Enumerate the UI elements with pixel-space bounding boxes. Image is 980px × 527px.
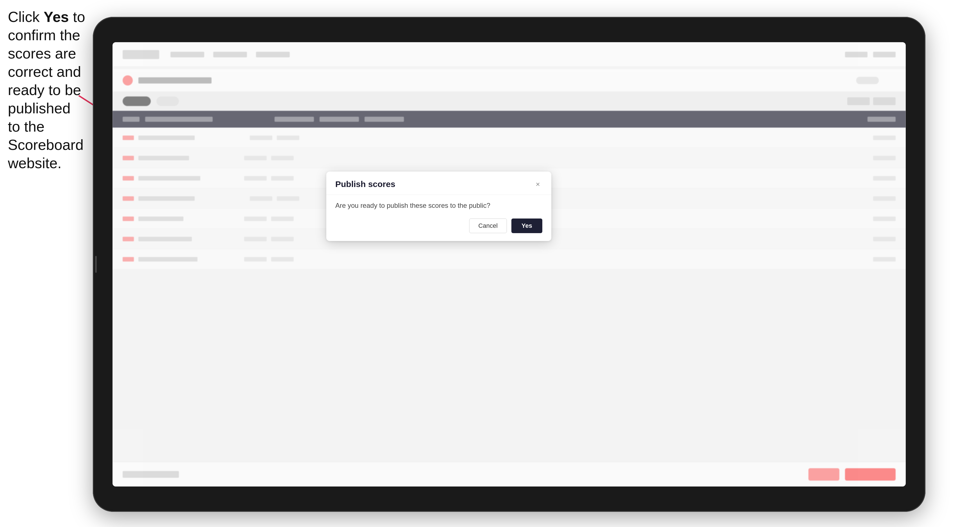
cancel-button[interactable]: Cancel bbox=[469, 219, 507, 233]
row-name bbox=[138, 135, 195, 140]
instruction-prefix: Click bbox=[8, 9, 44, 25]
modal-title: Publish scores bbox=[335, 179, 395, 189]
th-score1 bbox=[275, 117, 314, 122]
event-title bbox=[138, 77, 212, 84]
row-num bbox=[123, 135, 134, 140]
modal-body: Are you ready to publish these scores to… bbox=[326, 195, 551, 241]
modal-header: Publish scores × bbox=[326, 171, 551, 195]
th-name bbox=[145, 117, 213, 122]
table-row bbox=[113, 148, 906, 168]
filter-row bbox=[113, 92, 906, 111]
header-nav bbox=[170, 52, 290, 57]
filter-pill-1 bbox=[123, 97, 151, 106]
yes-button[interactable]: Yes bbox=[511, 219, 542, 233]
filter-action-1 bbox=[847, 97, 870, 105]
th-score3 bbox=[364, 117, 404, 122]
row-num bbox=[123, 257, 134, 262]
row-val bbox=[873, 156, 896, 160]
header-right-2 bbox=[873, 52, 896, 57]
header-right-1 bbox=[845, 52, 867, 57]
row-name bbox=[138, 156, 189, 160]
row-val bbox=[873, 237, 896, 241]
row-val bbox=[873, 216, 896, 221]
table-footer bbox=[113, 462, 906, 486]
app-header bbox=[113, 42, 906, 67]
row-val bbox=[873, 196, 896, 201]
row-val bbox=[873, 176, 896, 181]
row-name bbox=[138, 216, 183, 221]
event-badge bbox=[856, 77, 879, 84]
modal-close-button[interactable]: × bbox=[533, 180, 542, 189]
tablet-device: Publish scores × Are you ready to publis… bbox=[93, 17, 926, 512]
modal-dialog: Publish scores × Are you ready to publis… bbox=[326, 171, 551, 241]
row-num bbox=[123, 156, 134, 160]
instruction-suffix: to confirm the scores are correct and re… bbox=[8, 9, 85, 171]
th-score2 bbox=[320, 117, 359, 122]
footer-cancel-btn bbox=[808, 468, 839, 481]
footer-confirm-btn bbox=[845, 468, 896, 481]
filter-pill-2 bbox=[156, 97, 179, 106]
filter-action-2 bbox=[873, 97, 896, 105]
th-total bbox=[867, 117, 896, 122]
table-header bbox=[113, 111, 906, 128]
nav-item-3 bbox=[256, 52, 290, 57]
modal-actions: Cancel Yes bbox=[335, 219, 542, 233]
instruction-bold: Yes bbox=[44, 9, 69, 25]
row-val bbox=[873, 257, 896, 262]
row-num bbox=[123, 237, 134, 241]
row-num bbox=[123, 216, 134, 221]
row-num bbox=[123, 176, 134, 181]
nav-item-1 bbox=[170, 52, 204, 57]
table-row bbox=[113, 249, 906, 270]
tablet-screen: Publish scores × Are you ready to publis… bbox=[113, 42, 906, 486]
row-name bbox=[138, 196, 195, 201]
app-logo bbox=[123, 50, 159, 59]
nav-item-2 bbox=[213, 52, 247, 57]
footer-text bbox=[123, 471, 179, 478]
instruction-text: Click Yes to confirm the scores are corr… bbox=[8, 8, 87, 172]
table-row bbox=[113, 128, 906, 148]
event-icon bbox=[123, 75, 133, 86]
th-rank bbox=[123, 117, 140, 122]
row-val bbox=[873, 135, 896, 140]
modal-message: Are you ready to publish these scores to… bbox=[335, 202, 542, 210]
event-row bbox=[113, 69, 906, 92]
row-name bbox=[138, 237, 192, 241]
row-name bbox=[138, 176, 200, 181]
row-name bbox=[138, 257, 197, 262]
row-num bbox=[123, 196, 134, 201]
